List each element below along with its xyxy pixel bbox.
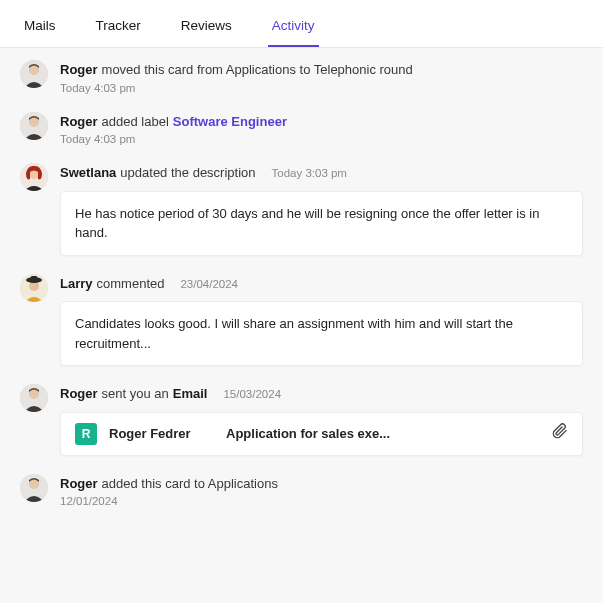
actor-name: Roger [60, 384, 98, 404]
avatar [20, 163, 48, 191]
attachment-icon [552, 423, 568, 445]
actor-name: Roger [60, 60, 98, 80]
activity-item: Roger added label Software Engineer Toda… [20, 112, 583, 146]
timestamp: Today 3:03 pm [272, 165, 347, 182]
avatar [20, 60, 48, 88]
action-text: updated the description [120, 163, 255, 183]
email-sender-name: Roger Fedrer [109, 424, 214, 444]
svg-rect-11 [31, 276, 37, 281]
svg-point-14 [30, 390, 39, 399]
avatar [20, 274, 48, 302]
timestamp: 23/04/2024 [180, 276, 238, 293]
actor-name: Roger [60, 474, 98, 494]
comment-card: Candidates looks good. I will share an a… [60, 301, 583, 366]
activity-item: Roger moved this card from Applications … [20, 60, 583, 94]
activity-item: Swetlana updated the description Today 3… [20, 163, 583, 256]
actor-name: Roger [60, 112, 98, 132]
description-card: He has notice period of 30 days and he w… [60, 191, 583, 256]
action-text: added label [102, 112, 169, 132]
email-card[interactable]: R Roger Fedrer Application for sales exe… [60, 412, 583, 456]
svg-point-2 [30, 66, 39, 75]
timestamp: Today 4:03 pm [60, 82, 583, 94]
tab-reviews[interactable]: Reviews [177, 4, 236, 47]
action-text: commented [97, 274, 165, 294]
avatar [20, 384, 48, 412]
avatar [20, 112, 48, 140]
svg-point-17 [30, 479, 39, 488]
tab-mails[interactable]: Mails [20, 4, 60, 47]
email-subject: Application for sales exe... [226, 424, 540, 444]
action-bold: Email [173, 384, 208, 404]
timestamp: 15/03/2024 [223, 386, 281, 403]
actor-name: Larry [60, 274, 93, 294]
timestamp: 12/01/2024 [60, 495, 583, 507]
tab-bar: Mails Tracker Reviews Activity [0, 0, 603, 48]
action-text: added this card to Applications [102, 474, 278, 494]
avatar [20, 474, 48, 502]
actor-name: Swetlana [60, 163, 116, 183]
action-text: sent you an [102, 384, 169, 404]
activity-item: Roger sent you an Email 15/03/2024 R Rog… [20, 384, 583, 456]
tab-tracker[interactable]: Tracker [92, 4, 145, 47]
email-sender-initial: R [75, 423, 97, 445]
activity-item: Roger added this card to Applications 12… [20, 474, 583, 508]
activity-item: Larry commented 23/04/2024 Candidates lo… [20, 274, 583, 367]
svg-point-5 [30, 117, 39, 126]
tab-activity[interactable]: Activity [268, 4, 319, 47]
label-link[interactable]: Software Engineer [173, 112, 287, 132]
timestamp: Today 4:03 pm [60, 133, 583, 145]
action-text: moved this card from Applications to Tel… [102, 60, 413, 80]
activity-feed: Roger moved this card from Applications … [0, 48, 603, 507]
